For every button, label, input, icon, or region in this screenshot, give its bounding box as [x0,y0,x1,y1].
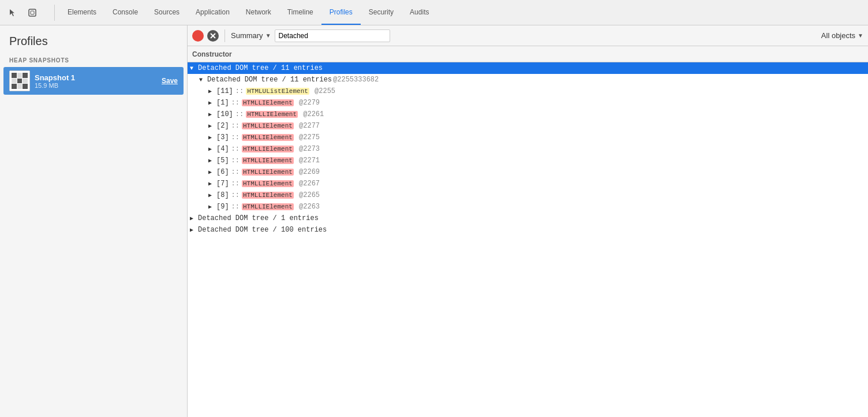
tab-elements[interactable]: Elements [59,0,104,25]
row-index: [2] [216,122,229,130]
summary-dropdown-arrow: ▼ [265,32,271,39]
separator: :: [235,110,244,118]
tree-row[interactable]: ▶ [2] :: HTMLLIElement @2277 [188,120,868,132]
row-index: [4] [216,145,229,153]
nav-divider [54,5,55,21]
row-label: Detached DOM tree / 1 entries [198,214,319,222]
tree-row[interactable]: ▼ Detached DOM tree / 11 entries [188,62,868,74]
at-id: @2279 [295,99,320,107]
tab-profiles[interactable]: Profiles [321,0,361,25]
separator: :: [235,87,244,95]
separator: :: [231,168,240,176]
record-button[interactable] [192,30,204,42]
element-type: HTMLLIElement [242,157,294,164]
row-label: Detached DOM tree / 100 entries [198,226,327,234]
element-type: HTMLLIElement [242,192,294,199]
snapshot-1-item[interactable]: Snapshot 1 15.9 MB Save [3,67,184,95]
toggle-icon: ▶ [208,88,216,95]
tree-row[interactable]: ▶ [7] :: HTMLLIElement @2267 [188,178,868,189]
tree-row[interactable]: ▶ [1] :: HTMLLIElement @2279 [188,97,868,109]
toolbar-divider-1 [225,29,225,42]
element-type: HTMLLIElement [242,134,294,141]
svg-rect-0 [29,9,36,16]
toggle-icon: ▼ [190,65,198,72]
nav-icon-group [5,5,40,21]
element-type: HTMLLIElement [242,203,294,210]
top-nav: Elements Console Sources Application Net… [0,0,868,25]
toggle-icon: ▶ [190,215,198,222]
separator: :: [231,203,240,211]
element-type: HTMLLIElement [246,111,298,118]
toggle-icon: ▶ [208,157,216,164]
tree-row[interactable]: ▶ [10] :: HTMLLIElement @2261 [188,109,868,120]
at-id: @2275 [295,133,320,142]
toggle-icon: ▶ [208,146,216,152]
separator: :: [231,99,240,107]
element-type: HTMLLIElement [242,122,294,129]
toggle-icon: ▶ [208,122,216,129]
nav-tabs: Elements Console Sources Application Net… [59,0,863,25]
row-label: Detached DOM tree / 11 entries [198,64,323,72]
at-id: @2269 [295,168,320,176]
toggle-icon: ▶ [208,99,216,106]
summary-dropdown[interactable]: Summary ▼ [231,31,271,40]
toggle-icon: ▼ [199,77,207,83]
sidebar: Profiles HEAP SNAPSHOTS Snapshot 1 15 [0,25,188,417]
at-separator: @2255333682 [333,76,379,84]
element-type: HTMLLIElement [242,146,294,152]
sidebar-title: Profiles [0,25,187,53]
toggle-icon: ▶ [208,203,216,210]
toolbar: Summary ▼ All objects ▼ [188,25,868,46]
tree-row[interactable]: ▶ [9] :: HTMLLIElement @2263 [188,201,868,213]
tree-row[interactable]: ▶ Detached DOM tree / 1 entries [188,213,868,224]
at-id: @2267 [295,180,320,188]
main-layout: Profiles HEAP SNAPSHOTS Snapshot 1 15 [0,25,868,417]
tab-sources[interactable]: Sources [146,0,188,25]
tree-row[interactable]: ▶ [11] :: HTMLUListElement @2255 [188,85,868,97]
row-index: [9] [216,203,229,211]
clear-button[interactable] [207,30,219,42]
toggle-icon: ▶ [208,192,216,199]
svg-rect-1 [31,11,34,14]
inspect-icon[interactable] [24,5,40,21]
table-header: Constructor [188,46,868,62]
tree-row[interactable]: ▶ [3] :: HTMLLIElement @2275 [188,132,868,143]
row-index: [5] [216,157,229,165]
tab-console[interactable]: Console [104,0,146,25]
snapshot-name: Snapshot 1 [35,73,162,82]
at-id: @2277 [295,122,320,130]
tab-application[interactable]: Application [188,0,238,25]
all-objects-label: All objects [821,31,855,40]
all-objects-arrow: ▼ [858,32,863,39]
tree-row[interactable]: ▶ [6] :: HTMLLIElement @2269 [188,166,868,178]
element-type: HTMLLIElement [242,169,294,176]
snapshot-size: 15.9 MB [35,82,162,89]
snapshot-icon [9,70,30,91]
tree-row[interactable]: ▼ Detached DOM tree / 11 entries @225533… [188,74,868,85]
at-id: @2261 [299,110,324,118]
save-button[interactable]: Save [162,77,178,85]
tree-row[interactable]: ▶ [5] :: HTMLLIElement @2271 [188,155,868,166]
tab-audits[interactable]: Audits [402,0,437,25]
at-id: @2265 [295,191,320,199]
tree-row[interactable]: ▶ [8] :: HTMLLIElement @2265 [188,189,868,201]
toggle-icon: ▶ [208,180,216,187]
row-index: [10] [216,110,233,118]
row-index: [8] [216,191,229,199]
content-area: Constructor ▼ Detached DOM tree / 11 ent… [188,46,868,417]
filter-input[interactable] [275,29,390,42]
cursor-icon[interactable] [5,5,21,21]
tab-security[interactable]: Security [361,0,402,25]
at-id: @2263 [295,203,320,211]
tab-timeline[interactable]: Timeline [279,0,321,25]
tab-network[interactable]: Network [238,0,279,25]
tree-row[interactable]: ▶ [4] :: HTMLLIElement @2273 [188,143,868,155]
separator: :: [231,157,240,165]
element-type: HTMLLIElement [242,99,294,106]
tree-row[interactable]: ▶ Detached DOM tree / 100 entries [188,224,868,236]
row-index: [1] [216,99,229,107]
element-type: HTMLLIElement [242,180,294,187]
all-objects-dropdown[interactable]: All objects ▼ [821,31,863,40]
separator: :: [231,180,240,188]
row-index: [11] [216,87,233,95]
